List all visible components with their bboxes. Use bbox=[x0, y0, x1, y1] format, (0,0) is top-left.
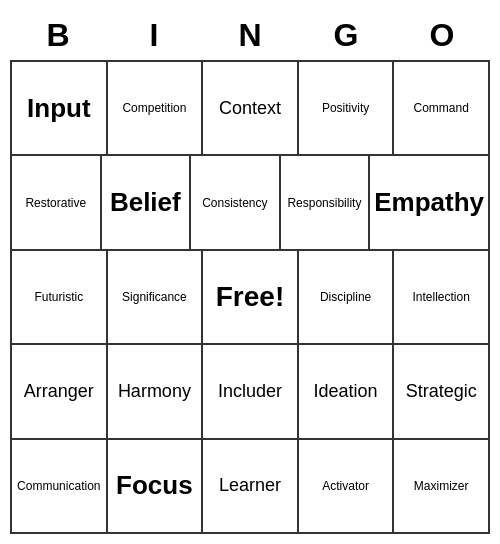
cell-text-3-0: Arranger bbox=[24, 381, 94, 402]
cell-text-3-2: Includer bbox=[218, 381, 282, 402]
cell-text-2-2: Free! bbox=[216, 281, 284, 313]
bingo-cell-0-1: Competition bbox=[108, 62, 204, 156]
bingo-cell-0-0: Input bbox=[12, 62, 108, 156]
bingo-cell-2-0: Futuristic bbox=[12, 251, 108, 345]
bingo-row-0: InputCompetitionContextPositivityCommand bbox=[12, 62, 490, 156]
header-letter-n: N bbox=[202, 10, 298, 60]
cell-text-1-4: Empathy bbox=[374, 187, 484, 218]
bingo-cell-4-2: Learner bbox=[203, 440, 299, 534]
bingo-cell-3-4: Strategic bbox=[394, 345, 490, 439]
cell-text-0-0: Input bbox=[27, 93, 91, 124]
bingo-cell-1-2: Consistency bbox=[191, 156, 281, 250]
bingo-cell-1-1: Belief bbox=[102, 156, 192, 250]
cell-text-4-4: Maximizer bbox=[414, 479, 469, 493]
bingo-cell-0-2: Context bbox=[203, 62, 299, 156]
bingo-cell-2-2: Free! bbox=[203, 251, 299, 345]
bingo-header: BINGO bbox=[10, 10, 490, 60]
cell-text-0-4: Command bbox=[413, 101, 468, 115]
bingo-cell-4-0: Communication bbox=[12, 440, 108, 534]
bingo-grid: InputCompetitionContextPositivityCommand… bbox=[10, 60, 490, 534]
bingo-cell-1-4: Empathy bbox=[370, 156, 490, 250]
bingo-cell-3-3: Ideation bbox=[299, 345, 395, 439]
bingo-row-3: ArrangerHarmonyIncluderIdeationStrategic bbox=[12, 345, 490, 439]
bingo-cell-2-1: Significance bbox=[108, 251, 204, 345]
bingo-cell-0-3: Positivity bbox=[299, 62, 395, 156]
bingo-cell-3-0: Arranger bbox=[12, 345, 108, 439]
bingo-cell-3-1: Harmony bbox=[108, 345, 204, 439]
bingo-cell-1-0: Restorative bbox=[12, 156, 102, 250]
cell-text-4-0: Communication bbox=[17, 479, 100, 493]
bingo-row-4: CommunicationFocusLearnerActivatorMaximi… bbox=[12, 440, 490, 534]
cell-text-0-3: Positivity bbox=[322, 101, 369, 115]
cell-text-3-3: Ideation bbox=[314, 381, 378, 402]
bingo-cell-1-3: Responsibility bbox=[281, 156, 371, 250]
cell-text-1-3: Responsibility bbox=[287, 196, 361, 210]
bingo-cell-4-3: Activator bbox=[299, 440, 395, 534]
cell-text-1-1: Belief bbox=[110, 187, 181, 218]
cell-text-2-3: Discipline bbox=[320, 290, 371, 304]
bingo-cell-0-4: Command bbox=[394, 62, 490, 156]
cell-text-2-0: Futuristic bbox=[34, 290, 83, 304]
bingo-cell-2-3: Discipline bbox=[299, 251, 395, 345]
bingo-row-1: RestorativeBeliefConsistencyResponsibili… bbox=[12, 156, 490, 250]
cell-text-4-2: Learner bbox=[219, 475, 281, 496]
header-letter-i: I bbox=[106, 10, 202, 60]
cell-text-1-2: Consistency bbox=[202, 196, 267, 210]
header-letter-o: O bbox=[394, 10, 490, 60]
header-letter-b: B bbox=[10, 10, 106, 60]
header-letter-g: G bbox=[298, 10, 394, 60]
bingo-row-2: FuturisticSignificanceFree!DisciplineInt… bbox=[12, 251, 490, 345]
cell-text-2-1: Significance bbox=[122, 290, 187, 304]
bingo-cell-3-2: Includer bbox=[203, 345, 299, 439]
cell-text-3-1: Harmony bbox=[118, 381, 191, 402]
cell-text-1-0: Restorative bbox=[25, 196, 86, 210]
cell-text-4-1: Focus bbox=[116, 470, 193, 501]
bingo-cell-4-1: Focus bbox=[108, 440, 204, 534]
cell-text-2-4: Intellection bbox=[412, 290, 469, 304]
cell-text-0-1: Competition bbox=[122, 101, 186, 115]
cell-text-3-4: Strategic bbox=[406, 381, 477, 402]
bingo-cell-2-4: Intellection bbox=[394, 251, 490, 345]
cell-text-0-2: Context bbox=[219, 98, 281, 119]
cell-text-4-3: Activator bbox=[322, 479, 369, 493]
bingo-cell-4-4: Maximizer bbox=[394, 440, 490, 534]
bingo-card: BINGO InputCompetitionContextPositivityC… bbox=[10, 10, 490, 534]
